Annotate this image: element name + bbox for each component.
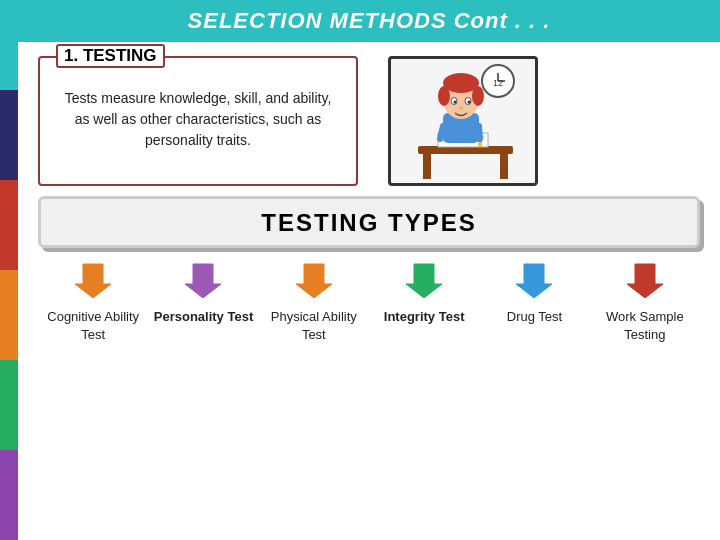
type-label: Personality Test — [153, 308, 253, 326]
top-section: 1. TESTING Tests measure knowledge, skil… — [38, 56, 700, 186]
svg-marker-25 — [185, 264, 221, 298]
svg-line-23 — [440, 126, 443, 139]
arrow-down-icon — [625, 260, 665, 300]
arrow-down-icon — [294, 260, 334, 300]
svg-rect-5 — [423, 154, 431, 179]
bar-teal — [0, 0, 18, 90]
testing-types-title: TESTING TYPES — [261, 209, 476, 236]
arrows-row — [38, 260, 700, 300]
student-image: 12 — [388, 56, 538, 186]
bar-green — [0, 360, 18, 450]
page-title: SELECTION METHODS Cont . . . — [188, 8, 551, 33]
type-label: Integrity Test — [374, 308, 474, 326]
arrow-down-icon — [183, 260, 223, 300]
testing-description: Tests measure knowledge, skill, and abil… — [56, 88, 340, 151]
svg-point-21 — [459, 107, 463, 110]
testing-box-title: 1. TESTING — [56, 44, 165, 68]
type-label: Physical Ability Test — [264, 308, 364, 344]
content-area: 1. TESTING Tests measure knowledge, skil… — [18, 42, 720, 534]
testing-box: 1. TESTING Tests measure knowledge, skil… — [38, 56, 358, 186]
arrow-down-icon — [73, 260, 113, 300]
svg-marker-24 — [75, 264, 111, 298]
svg-line-22 — [479, 126, 480, 139]
arrow-down-icon — [404, 260, 444, 300]
svg-point-16 — [472, 86, 484, 106]
svg-rect-6 — [500, 154, 508, 179]
svg-marker-29 — [627, 264, 663, 298]
bar-orange — [0, 270, 18, 360]
left-bars — [0, 0, 18, 540]
svg-marker-27 — [406, 264, 442, 298]
testing-types-container: TESTING TYPES — [38, 196, 700, 248]
svg-point-19 — [454, 101, 457, 104]
bar-purple — [0, 450, 18, 540]
student-illustration: 12 — [398, 61, 528, 181]
svg-marker-26 — [296, 264, 332, 298]
main-content: SELECTION METHODS Cont . . . 1. TESTING … — [18, 0, 720, 540]
svg-point-15 — [438, 86, 450, 106]
type-label: Work Sample Testing — [595, 308, 695, 344]
type-label: Cognitive Ability Test — [43, 308, 143, 344]
arrow-down-icon — [514, 260, 554, 300]
types-row: Cognitive Ability TestPersonality TestPh… — [38, 308, 700, 344]
bar-red — [0, 180, 18, 270]
svg-point-20 — [468, 101, 471, 104]
svg-marker-28 — [516, 264, 552, 298]
header-bar: SELECTION METHODS Cont . . . — [18, 0, 720, 42]
type-label: Drug Test — [484, 308, 584, 326]
bar-dark — [0, 90, 18, 180]
